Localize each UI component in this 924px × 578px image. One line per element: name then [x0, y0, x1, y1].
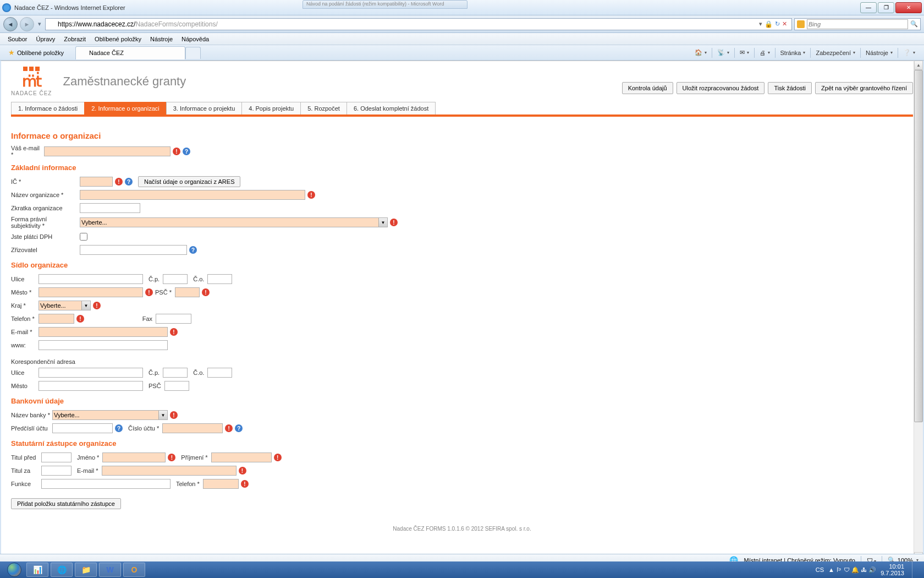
input-org-email[interactable]: [38, 327, 168, 337]
input-function[interactable]: [41, 479, 170, 489]
new-tab-button[interactable]: [185, 47, 201, 59]
input-stat-phone[interactable]: [203, 479, 239, 489]
input-abbrev[interactable]: [80, 203, 140, 213]
search-icon[interactable]: 🔍: [910, 20, 918, 28]
checkbox-vat[interactable]: [80, 233, 87, 241]
taskbar-ie[interactable]: 🌐: [51, 563, 73, 577]
taskbar-word[interactable]: W: [99, 563, 121, 577]
help-icon[interactable]: ?: [183, 148, 190, 155]
label-org-name: Název organizace *: [11, 192, 80, 198]
search-input[interactable]: [807, 19, 908, 29]
page-viewport: ṁ̇ṫ NADACE ČEZ Zaměstnanecké granty Kont…: [1, 61, 923, 561]
input-org-name[interactable]: [80, 190, 305, 200]
label-abbrev: Zkratka organizace: [11, 205, 80, 211]
tray-icons[interactable]: ▲ 🏳 🛡 🔔 🖧 🔊: [828, 566, 876, 574]
input-founder[interactable]: [80, 245, 187, 255]
input-fax[interactable]: [156, 314, 191, 324]
taskbar-outlook[interactable]: O: [123, 563, 145, 577]
input-co2[interactable]: [207, 368, 232, 378]
scroll-thumb[interactable]: [914, 70, 923, 422]
step-6[interactable]: 6. Odeslat kompletní žádost: [346, 102, 436, 114]
select-legal-form[interactable]: Vyberte...: [80, 217, 388, 227]
nav-history-dropdown[interactable]: ▾: [36, 19, 43, 30]
input-psc2[interactable]: [164, 381, 189, 391]
input-account-number[interactable]: [162, 423, 223, 433]
mail-button[interactable]: ✉▾: [738, 48, 751, 57]
step-5[interactable]: 5. Rozpočet: [300, 102, 347, 114]
close-button[interactable]: ✕: [895, 2, 922, 13]
show-desktop-button[interactable]: [912, 561, 917, 578]
menu-file[interactable]: Soubor: [4, 35, 30, 43]
print-request-button[interactable]: Tisk žádosti: [768, 82, 812, 94]
page-menu[interactable]: Stránka▾: [778, 48, 808, 57]
address-bar[interactable]: https://www.nadacecez.cz/NadaceForms/com…: [45, 18, 792, 30]
minimize-button[interactable]: —: [860, 2, 877, 13]
help-button[interactable]: ❔▾: [901, 48, 917, 57]
stop-icon[interactable]: ✕: [782, 20, 787, 28]
input-city2[interactable]: [38, 381, 143, 391]
back-to-selection-button[interactable]: Zpět na výběr grantového řízení: [815, 82, 913, 94]
tools-menu[interactable]: Nástroje▾: [864, 48, 895, 57]
load-ares-button[interactable]: Načíst údaje o organizaci z ARES: [138, 176, 240, 187]
input-city[interactable]: [38, 287, 143, 297]
input-title-before[interactable]: [41, 452, 72, 462]
input-cp2[interactable]: [163, 368, 188, 378]
favorites-button[interactable]: ★ Oblíbené položky: [3, 46, 69, 59]
search-box[interactable]: 🔍: [794, 18, 921, 30]
step-3[interactable]: 3. Informace o projektu: [166, 102, 243, 114]
maximize-button[interactable]: ❐: [878, 2, 894, 13]
input-phone[interactable]: [38, 314, 74, 324]
menu-tools[interactable]: Nástroje: [147, 35, 176, 43]
forward-button[interactable]: ►: [20, 17, 34, 31]
print-button[interactable]: 🖨▾: [757, 48, 772, 57]
vertical-scrollbar[interactable]: ▲ ▼: [914, 61, 923, 561]
check-data-button[interactable]: Kontrola údajů: [622, 82, 673, 94]
input-cp[interactable]: [163, 274, 188, 284]
label-surname: Příjmení *: [175, 454, 211, 461]
input-ic[interactable]: [80, 177, 113, 187]
input-www[interactable]: [38, 340, 168, 350]
command-bar: 🏠▾ 📡▾ ✉▾ 🖨▾ Stránka▾ Zabezpečení▾ Nástro…: [692, 48, 921, 58]
menu-help[interactable]: Nápověda: [178, 35, 212, 43]
back-button[interactable]: ◄: [3, 17, 18, 31]
save-draft-button[interactable]: Uložit rozpracovanou žádost: [676, 82, 765, 94]
start-button[interactable]: [3, 561, 25, 578]
step-4[interactable]: 4. Popis projektu: [241, 102, 301, 114]
tray-lang[interactable]: CS: [816, 566, 824, 573]
input-title-after[interactable]: [41, 466, 72, 476]
input-co[interactable]: [207, 274, 232, 284]
error-icon: !: [225, 424, 233, 432]
label-account-prefix: Předčíslí účtu: [11, 425, 52, 432]
input-stat-email[interactable]: [102, 466, 237, 476]
add-representative-button[interactable]: Přidat položku statutárního zástupce: [11, 498, 121, 509]
feeds-button[interactable]: 📡▾: [715, 48, 732, 57]
select-bank[interactable]: Vyberte...: [52, 410, 168, 420]
step-1[interactable]: 1. Informace o žádosti: [11, 102, 85, 114]
label-org-email: E-mail *: [11, 329, 38, 335]
taskbar-explorer[interactable]: 📁: [75, 563, 97, 577]
menu-view[interactable]: Zobrazit: [61, 35, 89, 43]
tray-clock[interactable]: 10:01 9.7.2013: [881, 563, 904, 576]
menu-edit[interactable]: Úpravy: [32, 35, 58, 43]
input-firstname[interactable]: [102, 452, 166, 462]
home-button[interactable]: 🏠▾: [692, 48, 709, 57]
step-2[interactable]: 2. Informace o organizaci: [84, 102, 167, 114]
help-icon[interactable]: ?: [189, 246, 197, 254]
input-your-email[interactable]: [44, 146, 170, 156]
scroll-up-button[interactable]: ▲: [914, 61, 923, 70]
input-street[interactable]: [38, 274, 143, 284]
help-icon[interactable]: ?: [235, 424, 243, 432]
dropdown-icon[interactable]: ▾: [759, 20, 762, 28]
input-surname[interactable]: [211, 452, 272, 462]
input-account-prefix[interactable]: [52, 423, 113, 433]
menu-favorites[interactable]: Oblíbené položky: [91, 35, 145, 43]
safety-menu[interactable]: Zabezpečení▾: [813, 48, 857, 57]
input-street2[interactable]: [38, 368, 143, 378]
taskbar-excel[interactable]: 📊: [26, 563, 48, 577]
help-icon[interactable]: ?: [125, 178, 133, 186]
input-psc[interactable]: [175, 287, 200, 297]
browser-tab[interactable]: Nadace ČEZ: [75, 46, 185, 59]
lock-icon[interactable]: 🔒: [765, 20, 773, 28]
help-icon[interactable]: ?: [115, 424, 123, 432]
refresh-icon[interactable]: ↻: [775, 20, 780, 28]
